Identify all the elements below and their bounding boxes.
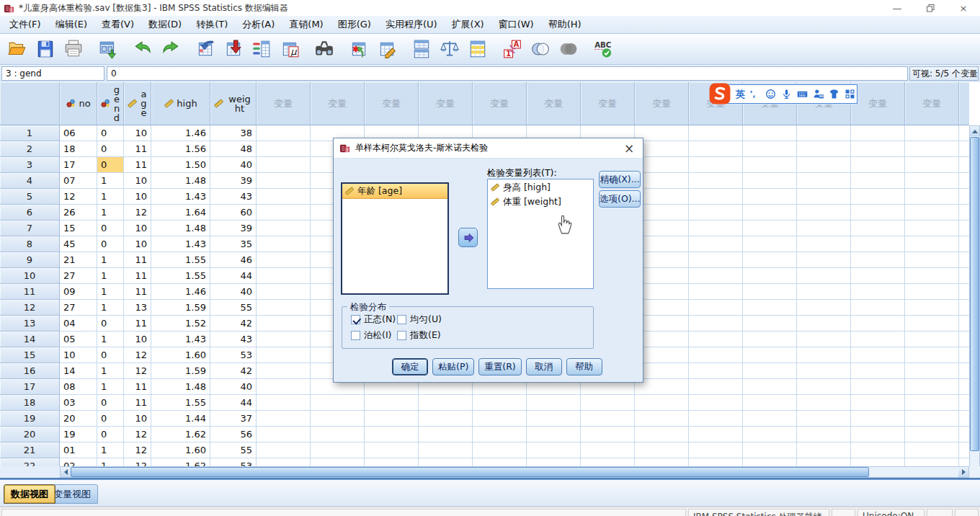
cell-empty[interactable] <box>797 379 851 395</box>
cell-empty[interactable] <box>689 252 743 268</box>
menu-item-1[interactable]: 文件(F) <box>2 16 48 33</box>
cell-empty[interactable] <box>905 427 959 442</box>
cell-empty[interactable] <box>905 268 959 284</box>
cell-no-18[interactable]: 03 <box>60 395 97 411</box>
vertical-scroll-thumb[interactable] <box>970 137 979 451</box>
menu-item-7[interactable]: 直销(M) <box>282 16 330 33</box>
cell-age-18[interactable]: 11 <box>124 395 151 411</box>
cell-empty[interactable] <box>905 205 959 221</box>
cell-empty[interactable] <box>689 411 743 427</box>
cell-empty[interactable] <box>689 347 743 363</box>
cell-empty[interactable] <box>851 300 905 316</box>
exact-button[interactable]: 精确(X)... <box>599 171 641 188</box>
cell-no-13[interactable]: 04 <box>60 316 97 332</box>
cell-gend-1[interactable]: 0 <box>97 125 124 141</box>
cell-high-21[interactable]: 1.60 <box>151 442 210 458</box>
menu-item-4[interactable]: 数据(D) <box>141 16 189 33</box>
cell-weight-3[interactable]: 40 <box>210 157 257 173</box>
cell-empty[interactable] <box>689 363 743 379</box>
cell-empty[interactable] <box>797 284 851 300</box>
cell-empty[interactable] <box>473 427 527 442</box>
cell-empty[interactable] <box>851 236 905 252</box>
row-header-3[interactable]: 3 <box>0 157 60 173</box>
split-file-icon[interactable] <box>407 35 435 63</box>
options-button[interactable]: 选项(O)... <box>599 190 641 208</box>
menu-item-10[interactable]: 扩展(X) <box>445 16 491 33</box>
cell-gend-6[interactable]: 1 <box>97 205 124 221</box>
spell-check-icon[interactable]: ABC <box>589 35 617 63</box>
cell-empty[interactable] <box>797 252 851 268</box>
menu-item-9[interactable]: 实用程序(U) <box>378 16 445 33</box>
cell-empty[interactable] <box>905 236 959 252</box>
cell-empty[interactable] <box>743 300 797 316</box>
cell-empty[interactable] <box>257 347 311 363</box>
cell-age-12[interactable]: 13 <box>124 300 151 316</box>
cell-weight-6[interactable]: 60 <box>210 205 257 221</box>
cell-empty[interactable] <box>257 252 311 268</box>
cell-empty[interactable] <box>257 268 311 284</box>
cell-no-4[interactable]: 07 <box>60 173 97 189</box>
cell-empty[interactable] <box>905 125 959 141</box>
cell-weight-12[interactable]: 55 <box>210 300 257 316</box>
cell-high-4[interactable]: 1.48 <box>151 173 210 189</box>
cell-high-2[interactable]: 1.56 <box>151 141 210 157</box>
cell-empty[interactable] <box>689 300 743 316</box>
column-header-unused[interactable]: 变量 <box>905 82 959 125</box>
cell-empty[interactable] <box>473 395 527 411</box>
cell-empty[interactable] <box>905 252 959 268</box>
cell-gend-20[interactable]: 0 <box>97 427 124 442</box>
cell-empty[interactable] <box>851 347 905 363</box>
cell-empty[interactable] <box>905 157 959 173</box>
cell-age-1[interactable]: 10 <box>124 125 151 141</box>
cell-empty[interactable] <box>851 332 905 347</box>
menu-item-11[interactable]: 窗口(W) <box>491 16 541 33</box>
ok-button[interactable]: 确定 <box>392 358 428 375</box>
cell-age-9[interactable]: 11 <box>124 252 151 268</box>
cell-no-3[interactable]: 17 <box>60 157 97 173</box>
cell-age-17[interactable]: 11 <box>124 379 151 395</box>
cell-empty[interactable] <box>905 316 959 332</box>
cell-age-13[interactable]: 11 <box>124 316 151 332</box>
cell-empty[interactable] <box>959 189 969 205</box>
cell-empty[interactable] <box>257 411 311 427</box>
cell-empty[interactable] <box>797 316 851 332</box>
cell-empty[interactable] <box>959 363 969 379</box>
cell-empty[interactable] <box>635 442 689 458</box>
cell-empty[interactable] <box>689 395 743 411</box>
cell-empty[interactable] <box>257 157 311 173</box>
cell-empty[interactable] <box>959 427 969 442</box>
cell-empty[interactable] <box>257 141 311 157</box>
cell-empty[interactable] <box>743 252 797 268</box>
cell-age-19[interactable]: 10 <box>124 411 151 427</box>
cell-empty[interactable] <box>743 427 797 442</box>
row-header-5[interactable]: 5 <box>0 189 60 205</box>
cell-gend-8[interactable]: 0 <box>97 236 124 252</box>
redo-icon[interactable] <box>156 35 184 63</box>
cell-empty[interactable] <box>797 427 851 442</box>
cell-age-21[interactable]: 12 <box>124 442 151 458</box>
row-header-9[interactable]: 9 <box>0 252 60 268</box>
cell-empty[interactable] <box>905 221 959 236</box>
cell-empty[interactable] <box>581 395 635 411</box>
cell-empty[interactable] <box>959 221 969 236</box>
descriptives-icon[interactable]: μ <box>275 35 303 63</box>
cell-age-2[interactable]: 11 <box>124 141 151 157</box>
row-header-7[interactable]: 7 <box>0 221 60 236</box>
cell-age-5[interactable]: 10 <box>124 189 151 205</box>
cell-empty[interactable] <box>851 427 905 442</box>
cell-gend-17[interactable]: 1 <box>97 379 124 395</box>
cell-empty[interactable] <box>851 442 905 458</box>
cell-empty[interactable] <box>473 411 527 427</box>
column-header-unused[interactable]: 变量 <box>419 82 473 125</box>
cell-high-19[interactable]: 1.44 <box>151 411 210 427</box>
cell-empty[interactable] <box>257 379 311 395</box>
cell-empty[interactable] <box>257 363 311 379</box>
cell-empty[interactable] <box>257 332 311 347</box>
cell-empty[interactable] <box>797 173 851 189</box>
vertical-scrollbar[interactable] <box>969 125 980 478</box>
cell-gend-15[interactable]: 0 <box>97 347 124 363</box>
cell-no-1[interactable]: 06 <box>60 125 97 141</box>
save-icon[interactable] <box>31 35 59 63</box>
cell-high-18[interactable]: 1.55 <box>151 395 210 411</box>
cell-high-20[interactable]: 1.62 <box>151 427 210 442</box>
